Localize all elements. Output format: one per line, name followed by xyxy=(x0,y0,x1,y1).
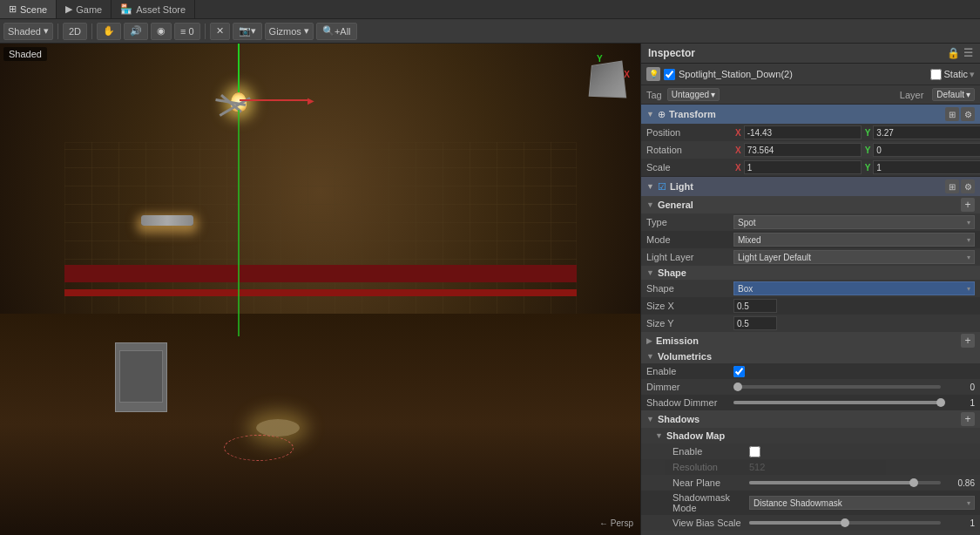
shadow-map-header-row[interactable]: ▼ Shadow Map xyxy=(641,428,980,444)
emission-collapse-icon: ▶ xyxy=(646,336,652,345)
resolution-value: 512 xyxy=(749,462,765,472)
game-tab-label: Game xyxy=(76,4,102,15)
light-section: ▼ ☑ Light ⊞ ⚙ ▼ General + xyxy=(641,177,980,535)
inspector-menu-icon[interactable]: ☰ xyxy=(963,47,973,59)
shape-subsection-header[interactable]: ▼ Shape xyxy=(641,266,980,280)
audio-tool[interactable]: 🔊 xyxy=(124,23,148,40)
size-x-input[interactable] xyxy=(733,299,777,313)
vol-enable-checkbox[interactable] xyxy=(733,366,745,377)
tab-asset-store[interactable]: 🏪 Asset Store xyxy=(112,0,195,18)
type-label: Type xyxy=(646,217,733,227)
layers-btn[interactable]: ≡ 0 xyxy=(174,23,200,40)
shadow-enable-checkbox[interactable] xyxy=(749,446,760,457)
view-bias-thumb[interactable] xyxy=(841,518,849,527)
emission-add-button[interactable]: + xyxy=(961,334,975,348)
transform-header[interactable]: ▼ ⊕ Transform ⊞ ⚙ xyxy=(641,105,980,124)
general-add-button[interactable]: + xyxy=(961,198,975,212)
shadowmask-dropdown[interactable]: Distance Shadowmask ▾ xyxy=(749,496,975,510)
resolution-label: Resolution xyxy=(662,462,749,472)
mode-dropdown[interactable]: Mixed ▾ xyxy=(733,233,975,247)
general-title: General xyxy=(658,200,957,210)
render-tool[interactable]: ◉ xyxy=(151,23,172,40)
tag-arrow-icon: ▾ xyxy=(711,90,715,99)
layer-arrow-icon: ▾ xyxy=(966,90,970,99)
scale-label: Scale xyxy=(646,162,733,173)
rotation-x-input[interactable] xyxy=(744,143,862,157)
shadow-dimmer-slider[interactable] xyxy=(733,401,941,404)
tag-dropdown[interactable]: Untagged ▾ xyxy=(667,88,720,101)
shadows-add-button[interactable]: + xyxy=(961,412,975,426)
shadows-title: Shadows xyxy=(658,414,957,424)
scale-row: Scale X Y Z xyxy=(641,159,980,176)
near-plane-slider[interactable] xyxy=(749,481,941,484)
size-y-input[interactable] xyxy=(733,316,777,330)
inspector-lock-icon[interactable]: 🔒 xyxy=(947,47,960,59)
transform-icon: ⊕ xyxy=(658,109,666,120)
position-x-input[interactable] xyxy=(744,125,862,139)
general-subsection-header[interactable]: ▼ General + xyxy=(641,196,980,213)
search-field[interactable]: 🔍 +All xyxy=(316,23,357,40)
main-layout: ▲ ▶ Y X xyxy=(0,44,980,535)
layer-dropdown[interactable]: Default ▾ xyxy=(932,88,975,101)
shape-label: Shape xyxy=(646,283,733,294)
viewport[interactable]: ▲ ▶ Y X xyxy=(0,44,640,535)
camera-dropdown[interactable]: 📷 ▾ xyxy=(233,23,262,40)
scale-y-input[interactable] xyxy=(873,160,980,174)
transform-title: Transform xyxy=(669,109,942,119)
light-tool-1[interactable]: ⊞ xyxy=(945,179,959,193)
toolbar-sep-3 xyxy=(205,24,206,39)
transform-tool-1[interactable]: ⊞ xyxy=(945,107,959,121)
type-dropdown[interactable]: Spot ▾ xyxy=(733,215,975,229)
light-object[interactable]: ▲ ▶ xyxy=(231,92,247,112)
static-checkbox[interactable] xyxy=(930,69,942,80)
near-plane-value: 0.86 xyxy=(944,478,975,488)
position-y-input[interactable] xyxy=(873,125,980,139)
game-tab-icon: ▶ xyxy=(65,3,72,15)
transform-tool-2[interactable]: ⚙ xyxy=(961,107,975,121)
object-active-checkbox[interactable] xyxy=(664,69,675,80)
transform-tool[interactable]: ✕ xyxy=(210,23,230,40)
general-collapse-icon: ▼ xyxy=(646,200,654,209)
shadow-dimmer-thumb[interactable] xyxy=(936,398,945,407)
rotation-y-input[interactable] xyxy=(873,143,980,157)
position-x-field: X xyxy=(733,125,862,139)
volumetrics-subsection-header[interactable]: ▼ Volumetrics xyxy=(641,349,980,363)
shadow-dimmer-row: Shadow Dimmer 1 xyxy=(641,395,980,410)
mode-row: Mode Mixed ▾ xyxy=(641,231,980,248)
tab-scene[interactable]: ⊞ Scene xyxy=(0,0,57,18)
scale-x-label: X xyxy=(733,163,743,173)
move-tool[interactable]: ✋ xyxy=(97,23,121,40)
emission-subsection-header[interactable]: ▶ Emission + xyxy=(641,332,980,349)
shaded-dropdown[interactable]: Shaded ▾ xyxy=(3,23,53,40)
dimmer-slider[interactable] xyxy=(733,385,941,389)
contact-shadows-header-row[interactable]: ▼ Contact Shadows xyxy=(641,531,980,535)
light-collapse-icon: ▼ xyxy=(646,182,654,191)
object-name: Spotlight_Station_Down(2) xyxy=(679,69,927,79)
gizmos-dropdown[interactable]: Gizmos ▾ xyxy=(265,23,314,40)
gizmos-label: Gizmos xyxy=(269,26,301,37)
inspector-header: Inspector 🔒 ☰ xyxy=(641,44,980,64)
scale-x-input[interactable] xyxy=(744,160,862,174)
scale-y-field: Y xyxy=(863,160,980,174)
near-plane-thumb[interactable] xyxy=(909,478,918,487)
shadowmask-value: Distance Shadowmask xyxy=(754,498,842,508)
rotation-row: Rotation X Y Z xyxy=(641,141,980,159)
shadow-dimmer-fill xyxy=(733,401,941,404)
light-tool-2[interactable]: ⚙ xyxy=(961,179,975,193)
size-x-label: Size X xyxy=(646,301,733,311)
light-section-header[interactable]: ▼ ☑ Light ⊞ ⚙ xyxy=(641,177,980,196)
red-stripe-2 xyxy=(64,289,577,296)
static-arrow-icon[interactable]: ▾ xyxy=(970,69,975,80)
size-y-label: Size Y xyxy=(646,318,733,328)
mode-value: Mixed xyxy=(738,235,761,245)
axis-indicator[interactable]: Y X xyxy=(579,52,632,105)
shadows-subsection-header[interactable]: ▼ Shadows + xyxy=(641,410,980,428)
light-layer-label: Light Layer xyxy=(646,252,733,262)
2d-button[interactable]: 2D xyxy=(63,23,87,40)
view-bias-slider[interactable] xyxy=(749,521,941,525)
tab-game[interactable]: ▶ Game xyxy=(57,0,112,18)
shape-dropdown[interactable]: Box ▾ xyxy=(733,281,975,295)
dimmer-thumb[interactable] xyxy=(733,383,742,391)
perspective-label: ← Persp xyxy=(599,518,633,528)
light-layer-dropdown[interactable]: Light Layer Default ▾ xyxy=(733,250,975,264)
